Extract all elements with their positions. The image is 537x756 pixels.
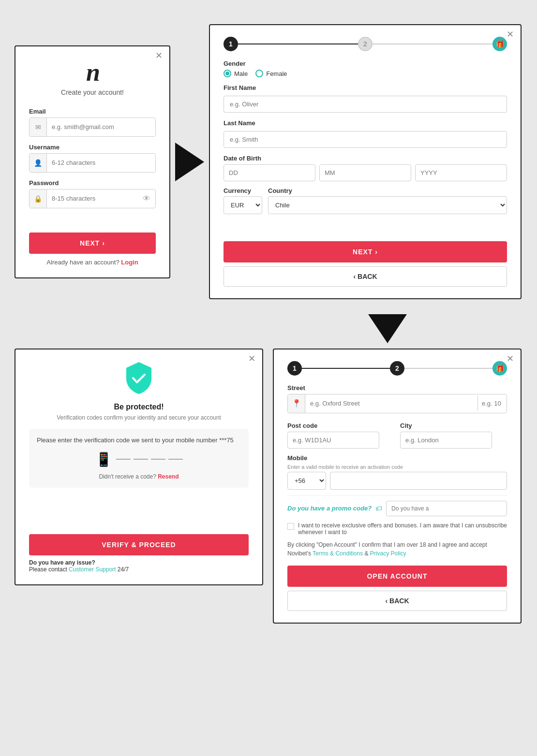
verify-box: Please enter the verification code we se… xyxy=(29,429,249,488)
be-protected-subtitle: Verification codes confirm your identity… xyxy=(29,414,249,421)
verify-text: Please enter the verification code we se… xyxy=(37,436,241,444)
step-gift-circle-2: 🎁 xyxy=(492,361,507,376)
step-bar-2: 1 2 🎁 xyxy=(287,361,507,376)
dob-yyyy-input[interactable] xyxy=(415,164,507,181)
country-label: Country xyxy=(268,187,507,194)
verify-button[interactable]: VERIFY & PROCEED xyxy=(29,534,249,555)
close-button[interactable]: ✕ xyxy=(155,51,163,60)
city-label: City xyxy=(400,422,507,429)
next-button[interactable]: NEXT › xyxy=(29,233,156,254)
next-button-2[interactable]: NEXT › xyxy=(224,241,507,262)
male-radio[interactable]: Male xyxy=(224,70,248,77)
support-link[interactable]: Customer Support xyxy=(69,566,116,573)
female-radio[interactable]: Female xyxy=(255,70,287,77)
be-protected-title: Be protected! xyxy=(29,403,249,411)
username-label: Username xyxy=(29,144,156,151)
close-button-3[interactable]: ✕ xyxy=(248,354,255,363)
username-input[interactable] xyxy=(47,155,155,170)
code-input-row: 📱 xyxy=(37,451,241,467)
shield-icon-wrap xyxy=(29,361,249,397)
mobile-label: Mobile xyxy=(287,454,507,462)
lastname-label: Last Name xyxy=(224,119,507,127)
male-radio-dot xyxy=(224,70,231,77)
step-1-circle-2: 1 xyxy=(287,361,302,376)
mobile-row: +56 +1 +44 xyxy=(287,472,507,490)
city-input[interactable] xyxy=(400,432,492,449)
mobile-sublabel: Enter a valid mobile to receive an activ… xyxy=(287,464,507,470)
step-2-circle-2: 2 xyxy=(390,361,404,376)
phone-code-select[interactable]: +56 +1 +44 xyxy=(287,472,326,490)
phone-icon: 📱 xyxy=(95,451,112,467)
panel-create-account: ✕ n Create your account! Email ✉ Usernam… xyxy=(15,45,170,278)
resend-row: Didn't receive a code? Resend xyxy=(37,473,241,480)
terms-link[interactable]: Terms & Conditions xyxy=(313,550,363,557)
shield-icon xyxy=(124,361,153,395)
street-row: 📍 xyxy=(287,394,507,413)
password-label: Password xyxy=(29,179,156,187)
create-account-title: Create your account! xyxy=(29,88,156,96)
promo-row: Do you have a promo code? 🏷 xyxy=(287,495,507,516)
dob-mm-input[interactable] xyxy=(319,164,411,181)
email-input[interactable] xyxy=(47,119,155,134)
street-number-input[interactable] xyxy=(477,396,507,411)
arrow-right xyxy=(175,143,204,181)
dob-row xyxy=(224,164,507,181)
lock-icon: 🔒 xyxy=(30,189,47,208)
firstname-input[interactable] xyxy=(224,96,507,113)
offers-checkbox-text: I want to receive exclusive offers and b… xyxy=(298,522,507,536)
tag-icon: 🏷 xyxy=(375,505,382,512)
close-button-4[interactable]: ✕ xyxy=(507,354,514,363)
offers-checkbox[interactable] xyxy=(287,523,294,530)
user-icon: 👤 xyxy=(30,154,47,172)
back-button-4[interactable]: ‹ BACK xyxy=(287,591,507,611)
bottom-panels-row: ✕ Be protected! Verification codes confi… xyxy=(10,344,526,648)
checkbox-row: I want to receive exclusive offers and b… xyxy=(287,522,507,536)
password-field-wrapper: 🔒 👁 xyxy=(29,189,156,208)
currency-label: Currency xyxy=(224,187,262,194)
country-select[interactable]: Chile Argentina Brazil xyxy=(268,196,507,214)
back-button-2[interactable]: ‹ BACK xyxy=(224,266,507,287)
location-icon: 📍 xyxy=(288,394,305,413)
dob-dd-input[interactable] xyxy=(224,164,315,181)
step-1-circle: 1 xyxy=(224,37,238,51)
currency-select[interactable]: EUR USD GBP xyxy=(224,196,262,214)
arrows-row xyxy=(10,314,526,324)
panel-verification: ✕ Be protected! Verification codes confi… xyxy=(15,349,263,585)
logo: n xyxy=(29,58,156,87)
support-row: Do you have any issue? Please contact Cu… xyxy=(29,559,249,573)
code-dash-4 xyxy=(168,459,183,460)
terms-text: By clicking "Open Account" I confirm tha… xyxy=(287,540,507,558)
step-line-1-2 xyxy=(302,368,390,369)
privacy-link[interactable]: Privacy Policy xyxy=(370,550,406,557)
gender-row: Male Female xyxy=(224,70,507,77)
login-link[interactable]: Login xyxy=(121,259,138,266)
mobile-input[interactable] xyxy=(330,472,507,490)
code-dashes xyxy=(116,459,183,460)
already-account-text: Already have an account? Login xyxy=(29,259,156,266)
firstname-label: First Name xyxy=(224,84,507,91)
open-account-button[interactable]: OPEN ACCOUNT xyxy=(287,566,507,587)
lastname-input[interactable] xyxy=(224,131,507,148)
female-radio-dot xyxy=(255,70,263,77)
eye-icon[interactable]: 👁 xyxy=(138,194,155,203)
street-input[interactable] xyxy=(305,396,477,411)
promo-label[interactable]: Do you have a promo code? xyxy=(287,505,372,512)
promo-input[interactable] xyxy=(386,501,507,516)
close-button-2[interactable]: ✕ xyxy=(507,30,514,39)
resend-link[interactable]: Resend xyxy=(158,473,179,480)
step-bar: 1 2 🎁 xyxy=(224,37,507,51)
step-line-2 xyxy=(373,44,492,44)
code-dash-2 xyxy=(134,459,148,460)
step-line-1 xyxy=(238,44,358,44)
step-2-circle: 2 xyxy=(358,37,373,51)
username-field-wrapper: 👤 xyxy=(29,153,156,173)
gender-label: Gender xyxy=(224,60,507,67)
password-input[interactable] xyxy=(47,191,138,206)
arrow-down-right xyxy=(368,314,407,343)
email-icon: ✉ xyxy=(30,118,47,136)
postcode-label: Post code xyxy=(287,422,394,429)
street-label: Street xyxy=(287,384,507,392)
currency-country-row: EUR USD GBP Chile Argentina Brazil xyxy=(224,196,507,214)
postcode-input[interactable] xyxy=(287,432,379,449)
email-field-wrapper: ✉ xyxy=(29,117,156,137)
